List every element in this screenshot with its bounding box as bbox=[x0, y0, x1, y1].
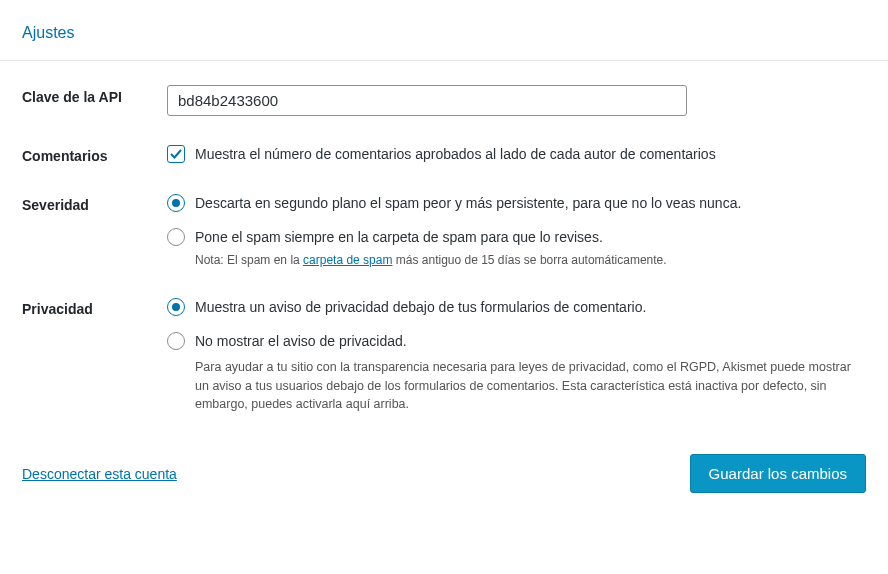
severity-radio-2[interactable] bbox=[167, 228, 185, 246]
severity-note-suffix: más antiguo de 15 días se borra automáti… bbox=[392, 253, 666, 267]
privacy-radio-1[interactable] bbox=[167, 298, 185, 316]
disconnect-account-link[interactable]: Desconectar esta cuenta bbox=[22, 466, 177, 482]
api-key-control bbox=[167, 85, 866, 116]
privacy-option-1: Muestra un aviso de privacidad debajo de… bbox=[167, 297, 866, 318]
comments-checkbox[interactable] bbox=[167, 145, 185, 163]
severity-label: Severidad bbox=[22, 193, 167, 269]
severity-control: Descarta en segundo plano el spam peor y… bbox=[167, 193, 866, 269]
severity-option-2-wrap: Pone el spam siempre en la carpeta de sp… bbox=[195, 227, 667, 268]
severity-option-2: Pone el spam siempre en la carpeta de sp… bbox=[167, 227, 866, 268]
privacy-label: Privacidad bbox=[22, 297, 167, 414]
severity-note: Nota: El spam en la carpeta de spam más … bbox=[195, 252, 667, 269]
radio-dot-icon bbox=[172, 303, 180, 311]
settings-footer: Desconectar esta cuenta Guardar los camb… bbox=[0, 448, 888, 517]
comments-checkbox-label: Muestra el número de comentarios aprobad… bbox=[195, 144, 716, 165]
privacy-option-2-wrap: No mostrar el aviso de privacidad. Para … bbox=[195, 331, 866, 414]
radio-dot-icon bbox=[172, 199, 180, 207]
privacy-option-2: No mostrar el aviso de privacidad. Para … bbox=[167, 331, 866, 414]
severity-option-1-label: Descarta en segundo plano el spam peor y… bbox=[195, 193, 741, 214]
api-key-input[interactable] bbox=[167, 85, 687, 116]
comments-checkbox-option: Muestra el número de comentarios aprobad… bbox=[167, 144, 866, 165]
check-icon bbox=[170, 148, 182, 160]
severity-row: Severidad Descarta en segundo plano el s… bbox=[22, 193, 866, 269]
privacy-option-1-label: Muestra un aviso de privacidad debajo de… bbox=[195, 297, 646, 318]
privacy-help-text: Para ayudar a tu sitio con la transparen… bbox=[195, 358, 866, 414]
severity-radio-1[interactable] bbox=[167, 194, 185, 212]
api-key-label: Clave de la API bbox=[22, 85, 167, 116]
privacy-radio-2[interactable] bbox=[167, 332, 185, 350]
settings-header: Ajustes bbox=[0, 0, 888, 61]
settings-body: Clave de la API Comentarios Muestra el n… bbox=[0, 61, 888, 448]
severity-option-1: Descarta en segundo plano el spam peor y… bbox=[167, 193, 866, 214]
comments-label: Comentarios bbox=[22, 144, 167, 165]
severity-option-2-label: Pone el spam siempre en la carpeta de sp… bbox=[195, 227, 667, 248]
comments-control: Muestra el número de comentarios aprobad… bbox=[167, 144, 866, 165]
privacy-row: Privacidad Muestra un aviso de privacida… bbox=[22, 297, 866, 414]
privacy-control: Muestra un aviso de privacidad debajo de… bbox=[167, 297, 866, 414]
privacy-option-2-label: No mostrar el aviso de privacidad. bbox=[195, 331, 866, 352]
spam-folder-link[interactable]: carpeta de spam bbox=[303, 253, 392, 267]
comments-row: Comentarios Muestra el número de comenta… bbox=[22, 144, 866, 165]
settings-title: Ajustes bbox=[22, 24, 866, 42]
severity-note-prefix: Nota: El spam en la bbox=[195, 253, 303, 267]
api-key-row: Clave de la API bbox=[22, 85, 866, 116]
save-button[interactable]: Guardar los cambios bbox=[690, 454, 866, 493]
